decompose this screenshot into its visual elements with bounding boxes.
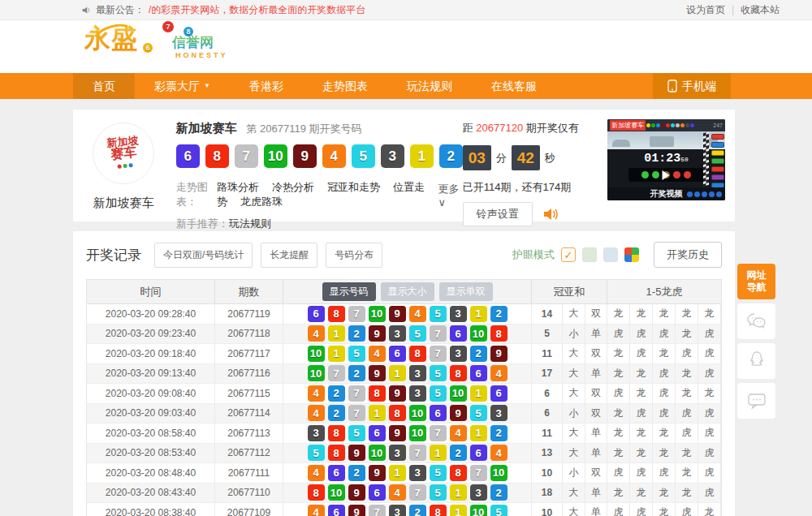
qq-tile[interactable] [737, 343, 775, 379]
dragon-tiger-cell: 虎 [607, 463, 630, 484]
dragon-tiger-cell: 龙 [676, 304, 698, 325]
swatch-quadrant [632, 255, 639, 262]
site-logo[interactable]: 永盛 信誉网 HONESTY 7 8 6 [84, 22, 247, 72]
qq-icon [747, 350, 767, 372]
trend-link[interactable]: 路珠分析 [217, 181, 259, 193]
number-ball: 10 [470, 505, 487, 516]
eye-swatches [582, 247, 639, 262]
number-ball: 5 [430, 365, 447, 381]
number-ball: 8 [409, 346, 426, 362]
display-tab[interactable]: 显示单双 [439, 282, 493, 301]
number-ball: 2 [348, 325, 365, 342]
eye-swatch[interactable] [603, 247, 618, 262]
nav-item-play-rules[interactable]: 玩法规则 [387, 73, 472, 99]
traffic-light [684, 171, 691, 178]
race-car [711, 158, 724, 164]
number-ball: 3 [409, 465, 426, 481]
dragon-tiger-cell: 虎 [698, 463, 721, 484]
number-ball: 1 [470, 425, 487, 441]
nav-item-home[interactable]: 首页 [73, 73, 135, 99]
swatch-quadrant [632, 247, 639, 255]
current-issue: 20677119 [260, 123, 306, 135]
number-ball: 2 [470, 346, 487, 362]
eye-swatch-multi[interactable] [624, 247, 639, 262]
display-tab[interactable]: 显示大小 [381, 282, 434, 301]
bell-settings-button[interactable]: 铃声设置 [463, 202, 533, 226]
more-dropdown[interactable]: 更多 ∨ [438, 182, 463, 209]
newbie-row: 新手推荐： 玩法规则 [176, 217, 463, 231]
game-title: 新加坡赛车 [176, 121, 237, 135]
draw-video-panel[interactable]: 新加坡赛车 247 01:2350 开奖视频 [607, 119, 725, 200]
number-ball: 5 [470, 405, 487, 421]
wechat-icon [746, 312, 767, 331]
results-table: 时间 期数 显示号码显示大小显示单双 冠亚和 1-5龙虎 2020-03-20 … [86, 279, 722, 516]
table-row: 2020-03-20 08:43:40206771108109647513218… [87, 484, 721, 504]
dragon-tiger-cell: 虎 [676, 424, 698, 444]
dragon-tiger-cell: 龙 [676, 444, 698, 464]
dragon-tiger-cell: 虎 [698, 484, 721, 504]
next-issue: 20677120 [476, 122, 523, 134]
records-filter-button[interactable]: 长龙提醒 [261, 243, 317, 268]
nav-item-lottery-hall[interactable]: 彩票大厅▼ [135, 73, 230, 99]
set-home-link[interactable]: 设为首页 [686, 3, 725, 17]
number-ball: 5 [430, 484, 447, 501]
mobile-version-button[interactable]: 手机端 [653, 73, 731, 99]
number-ball: 7 [409, 484, 426, 501]
dragon-header: 1-5龙虎 [607, 280, 721, 304]
favorite-link[interactable]: 收藏本站 [741, 3, 780, 17]
countdown-timer: 03 分 42 秒 [463, 145, 603, 170]
numbers-cell: 42789351016 [283, 384, 532, 404]
logo-ball-blue: 8 [184, 27, 193, 37]
table-row: 2020-03-20 09:13:40206771161072913586417… [87, 364, 721, 385]
dragon-tiger-cell: 龙 [630, 444, 653, 464]
eye-mode-checkbox[interactable]: ✓ [561, 247, 576, 262]
number-ball: 2 [348, 465, 365, 481]
number-ball: 6 [308, 306, 325, 322]
site-nav-tile[interactable]: 网址导航 [737, 264, 775, 299]
trend-link[interactable]: 冷热分析 [272, 181, 314, 193]
nav-item-online-service[interactable]: 在线客服 [472, 73, 556, 99]
sound-on-icon[interactable] [542, 207, 559, 221]
eye-swatch[interactable] [582, 247, 597, 262]
number-ball: 9 [369, 465, 386, 481]
number-ball: 9 [369, 325, 386, 342]
parity-cell: 双 [585, 384, 607, 404]
nav-item-trend-charts[interactable]: 走势图表 [303, 73, 387, 99]
number-ball: 10 [308, 365, 325, 381]
divider: | [732, 4, 734, 15]
number-ball: 9 [389, 385, 406, 402]
sum-cell: 6 [532, 384, 563, 404]
records-filter-button[interactable]: 号码分布 [326, 243, 382, 268]
numbers-cell: 46291358710 [283, 463, 532, 484]
trend-link[interactable]: 冠亚和走势 [327, 181, 380, 193]
traffic-light [641, 171, 649, 178]
records-filter-button[interactable]: 今日双面/号码统计 [154, 243, 253, 268]
issue-line: 新加坡赛车 第 20677119 期开奖号码 [176, 121, 463, 136]
number-ball: 9 [348, 505, 365, 516]
dragon-tiger-cell: 龙 [630, 484, 653, 504]
draw-history-button[interactable]: 开奖历史 [654, 242, 722, 268]
number-ball: 8 [328, 445, 345, 461]
number-ball: 2 [328, 385, 345, 402]
play-rules-link[interactable]: 玩法规则 [229, 217, 271, 231]
parity-cell: 单 [585, 364, 607, 385]
play-icon[interactable] [663, 170, 670, 180]
trend-link[interactable]: 龙虎路珠 [240, 196, 283, 208]
dragon-tiger-cell: 龙 [698, 304, 721, 325]
phone-icon [667, 80, 677, 92]
display-tab[interactable]: 显示号码 [322, 282, 376, 301]
swatch-quadrant [624, 255, 632, 262]
logo-en: HONESTY [175, 51, 228, 59]
number-ball: 10 [328, 484, 345, 501]
number-ball: 10 [409, 425, 426, 441]
wechat-tile[interactable] [737, 303, 775, 339]
dragon-tiger-cell: 龙 [653, 304, 676, 325]
number-ball: 5 [430, 385, 447, 402]
nav-item-hongkong[interactable]: 香港彩 [230, 73, 303, 99]
dragon-tiger-cell: 虎 [698, 344, 721, 364]
message-tile[interactable] [737, 383, 775, 419]
number-ball: 5 [308, 445, 325, 461]
number-ball: 9 [389, 306, 406, 322]
video-ball-dot [685, 123, 689, 127]
dragon-tiger-cell: 龙 [698, 384, 721, 404]
